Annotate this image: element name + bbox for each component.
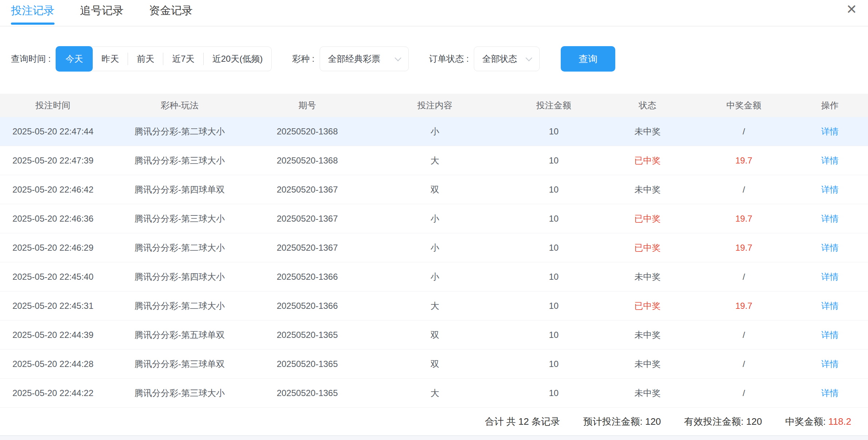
detail-link[interactable]: 详情: [821, 243, 839, 253]
column-header: 操作: [792, 100, 868, 111]
detail-link[interactable]: 详情: [821, 330, 839, 340]
cell-action: 详情: [792, 155, 868, 166]
cell-status: 已中奖: [599, 300, 696, 312]
cell-status: 未中奖: [599, 387, 696, 399]
detail-link[interactable]: 详情: [821, 301, 839, 311]
order-status-select[interactable]: 全部状态: [474, 47, 540, 71]
cell-prize: 19.7: [696, 156, 792, 166]
cell-action: 详情: [792, 126, 868, 137]
summary-win-label: 中奖金额:: [785, 416, 828, 427]
cell-issue: 20250520-1366: [253, 301, 361, 311]
cell-status: 已中奖: [599, 213, 696, 225]
table-header: 投注时间彩种-玩法期号投注内容投注金额状态中奖金额操作: [0, 94, 868, 117]
cell-status: 已中奖: [599, 242, 696, 254]
cell-issue: 20250520-1368: [253, 126, 361, 137]
column-header: 期号: [253, 100, 361, 111]
cell-bet-time: 2025-05-20 22:44:39: [0, 330, 106, 340]
cell-bet-content: 大: [361, 387, 509, 399]
column-header: 中奖金额: [696, 100, 792, 111]
cell-status: 未中奖: [599, 126, 696, 137]
cell-issue: 20250520-1365: [253, 359, 361, 369]
table-row: 2025-05-20 22:44:28腾讯分分彩-第三球单双20250520-1…: [0, 350, 868, 379]
cell-lottery-play: 腾讯分分彩-第三球大小: [106, 213, 253, 225]
cell-bet-amount: 10: [509, 330, 599, 340]
detail-link[interactable]: 详情: [821, 359, 839, 369]
cell-bet-amount: 10: [509, 301, 599, 311]
cell-issue: 20250520-1367: [253, 214, 361, 224]
column-header: 投注内容: [361, 100, 509, 111]
cell-lottery-play: 腾讯分分彩-第二球大小: [106, 242, 253, 254]
cell-bet-amount: 10: [509, 156, 599, 166]
cell-issue: 20250520-1366: [253, 272, 361, 282]
cell-bet-time: 2025-05-20 22:46:36: [0, 214, 106, 224]
table-row: 2025-05-20 22:47:39腾讯分分彩-第三球大小20250520-1…: [0, 146, 868, 175]
detail-link[interactable]: 详情: [821, 214, 839, 223]
cell-lottery-play: 腾讯分分彩-第四球大小: [106, 271, 253, 283]
summary-valid-amount: 有效投注金额: 120: [684, 415, 762, 428]
order-status-value: 全部状态: [482, 53, 517, 65]
cell-bet-amount: 10: [509, 243, 599, 253]
cell-bet-time: 2025-05-20 22:45:40: [0, 272, 106, 282]
cell-bet-content: 双: [361, 358, 509, 370]
cell-action: 详情: [792, 213, 868, 225]
cell-action: 详情: [792, 358, 868, 370]
table-row: 2025-05-20 22:46:29腾讯分分彩-第二球大小20250520-1…: [0, 233, 868, 262]
cell-bet-content: 双: [361, 329, 509, 341]
cell-action: 详情: [792, 329, 868, 341]
cell-status: 未中奖: [599, 358, 696, 370]
cell-bet-time: 2025-05-20 22:44:28: [0, 359, 106, 369]
cell-lottery-play: 腾讯分分彩-第三球大小: [106, 387, 253, 399]
cell-issue: 20250520-1367: [253, 243, 361, 253]
cell-bet-amount: 10: [509, 214, 599, 224]
lottery-filter-label: 彩种 :: [292, 53, 314, 65]
column-header: 状态: [599, 100, 696, 111]
cell-bet-content: 大: [361, 155, 509, 166]
order-status-label: 订单状态 :: [429, 53, 469, 65]
time-filter-label: 查询时间 :: [11, 53, 51, 65]
cell-issue: 20250520-1365: [253, 330, 361, 340]
lottery-select[interactable]: 全部经典彩票: [320, 47, 409, 71]
table-row: 2025-05-20 22:44:22腾讯分分彩-第三球大小20250520-1…: [0, 379, 868, 408]
time-option-0[interactable]: 今天: [56, 46, 93, 72]
time-option-2[interactable]: 前天: [128, 47, 163, 71]
tab-1[interactable]: 追号记录: [80, 0, 124, 26]
cell-bet-time: 2025-05-20 22:46:29: [0, 243, 106, 253]
summary-win-amount: 中奖金额: 118.2: [785, 415, 851, 428]
search-button[interactable]: 查询: [561, 46, 615, 72]
time-option-4[interactable]: 近20天(低频): [204, 47, 272, 71]
cell-status: 已中奖: [599, 155, 696, 166]
detail-link[interactable]: 详情: [821, 156, 839, 165]
cell-bet-content: 小: [361, 242, 509, 254]
time-option-1[interactable]: 昨天: [93, 47, 128, 71]
table-row: 2025-05-20 22:46:42腾讯分分彩-第四球单双20250520-1…: [0, 175, 868, 204]
cell-bet-amount: 10: [509, 388, 599, 398]
table-row: 2025-05-20 22:45:31腾讯分分彩-第二球大小20250520-1…: [0, 291, 868, 320]
cell-status: 未中奖: [599, 184, 696, 195]
table-row: 2025-05-20 22:46:36腾讯分分彩-第三球大小20250520-1…: [0, 204, 868, 233]
cell-prize: /: [696, 272, 792, 282]
detail-link[interactable]: 详情: [821, 126, 839, 136]
close-icon[interactable]: ✕: [846, 0, 857, 16]
lottery-select-value: 全部经典彩票: [328, 53, 380, 65]
tab-bar: 投注记录追号记录资金记录 ✕: [0, 0, 868, 27]
cell-lottery-play: 腾讯分分彩-第三球单双: [106, 358, 253, 370]
cell-issue: 20250520-1365: [253, 388, 361, 398]
cell-prize: /: [696, 388, 792, 398]
cell-bet-content: 大: [361, 300, 509, 312]
cell-prize: /: [696, 359, 792, 369]
time-option-3[interactable]: 近7天: [163, 47, 203, 71]
table-row: 2025-05-20 22:47:44腾讯分分彩-第二球大小20250520-1…: [0, 117, 868, 146]
chevron-down-icon: [525, 55, 532, 61]
chevron-down-icon: [395, 55, 401, 61]
detail-link[interactable]: 详情: [821, 388, 839, 398]
tab-bar-tabs: 投注记录追号记录资金记录: [11, 0, 193, 26]
tab-2[interactable]: 资金记录: [149, 0, 193, 26]
cell-lottery-play: 腾讯分分彩-第五球单双: [106, 329, 253, 341]
cell-prize: /: [696, 330, 792, 340]
summary-expected-amount: 预计投注金额: 120: [583, 415, 661, 428]
detail-link[interactable]: 详情: [821, 185, 839, 194]
table-body: 2025-05-20 22:47:44腾讯分分彩-第二球大小20250520-1…: [0, 117, 868, 408]
tab-0[interactable]: 投注记录: [11, 0, 55, 26]
detail-link[interactable]: 详情: [821, 272, 839, 282]
cell-bet-amount: 10: [509, 126, 599, 137]
